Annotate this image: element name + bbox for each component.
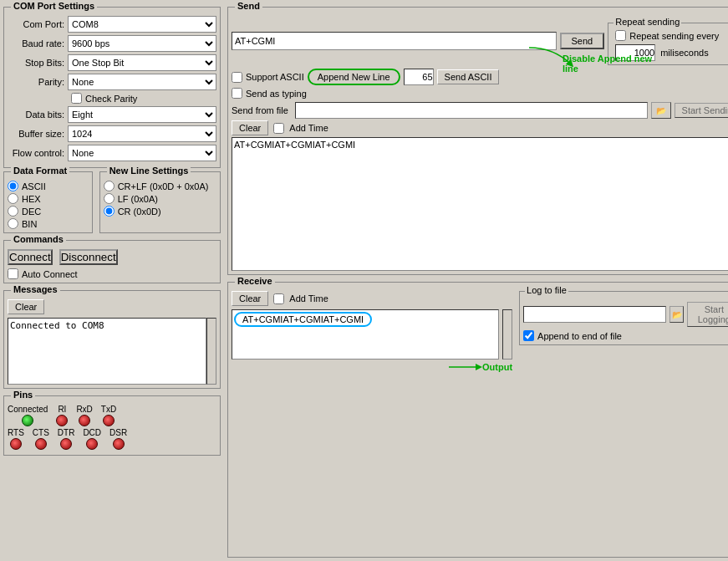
send-title: Send <box>235 1 262 11</box>
flow-control-select[interactable]: None <box>68 145 216 161</box>
append-new-line-button[interactable]: Append New Line <box>308 69 400 85</box>
start-sending-button[interactable]: Start Sending <box>675 103 728 118</box>
output-label: Output <box>482 362 512 372</box>
repeat-sending-title: Repeat sending <box>613 17 681 27</box>
receive-scrollbar[interactable] <box>502 309 512 360</box>
log-file-title: Log to file <box>525 285 568 295</box>
pin-txd-label: TxD <box>101 405 116 414</box>
messages-clear-button[interactable]: Clear <box>8 299 44 314</box>
parity-select[interactable]: None <box>68 74 216 90</box>
append-to-end-label: Append to end of file <box>537 331 622 341</box>
pin-rts-label: RTS <box>8 428 24 437</box>
com-port-select[interactable]: COM8 <box>68 16 216 33</box>
disconnect-button[interactable]: Disconnect <box>59 249 118 265</box>
send-file-input[interactable] <box>295 102 648 119</box>
newline-title: New Line Settings <box>107 166 191 176</box>
messages-textarea[interactable] <box>8 318 206 385</box>
flow-control-label: Flow control: <box>8 148 68 158</box>
send-box: Send Send Repeat sending Repeat sending … <box>227 7 728 275</box>
pins-row1: Connected RI RxD TxD <box>8 405 216 426</box>
pin-cts: CTS <box>33 428 49 450</box>
led-ri <box>56 415 68 426</box>
led-cts <box>35 438 47 450</box>
send-clear-button[interactable]: Clear <box>232 120 268 135</box>
log-file-input[interactable] <box>523 306 666 323</box>
format-dec-label: DEC <box>22 207 41 217</box>
output-arrow <box>449 361 482 373</box>
repeat-sending-label: Repeat sending every <box>629 31 719 41</box>
messages-scrollbar[interactable] <box>206 318 216 385</box>
buffer-size-label: Buffer size: <box>8 129 68 139</box>
pin-rts: RTS <box>8 428 24 450</box>
receive-title: Receive <box>235 276 275 286</box>
pin-dcd-label: DCD <box>83 428 101 437</box>
newline-crlf-label: CR+LF (0x0D + 0x0A) <box>118 181 209 191</box>
data-bits-label: Data bits: <box>8 110 68 120</box>
send-add-time-checkbox[interactable] <box>273 123 284 134</box>
connect-button[interactable]: Connect <box>8 249 53 265</box>
send-as-typing-label: Send as typing <box>246 89 307 99</box>
pins-row2: RTS CTS DTR DCD <box>8 428 216 450</box>
format-hex-radio[interactable] <box>8 193 18 204</box>
repeat-sending-checkbox[interactable] <box>615 30 626 41</box>
send-content-text: AT+CGMIAT+CGMIAT+CGMI <box>234 140 355 150</box>
led-txd <box>103 415 115 426</box>
messages-title: Messages <box>11 284 60 294</box>
svg-marker-1 <box>476 364 482 370</box>
receive-output-highlight: AT+CGMIAT+CGMIAT+CGMI <box>234 312 372 327</box>
send-input[interactable] <box>232 32 557 50</box>
commands-title: Commands <box>11 234 66 244</box>
receive-box: Receive Clear Add Time AT+CGMIAT+CGMIAT <box>227 282 728 558</box>
pin-rxd-label: RxD <box>76 405 92 414</box>
send-content-area: AT+CGMIAT+CGMIAT+CGMI <box>232 137 728 271</box>
com-port-settings: COM Port Settings Com Port: COM8 Baud ra… <box>3 7 221 168</box>
newline-lf-label: LF (0x0A) <box>118 194 158 204</box>
support-ascii-label: Support ASCII <box>246 72 304 82</box>
append-to-end-checkbox[interactable] <box>523 330 534 341</box>
buffer-size-select[interactable]: 1024 <box>68 125 216 142</box>
baud-rate-select[interactable]: 9600 bps <box>68 35 216 52</box>
pin-dsr: DSR <box>109 428 127 450</box>
newline-cr-radio[interactable] <box>104 206 115 217</box>
check-parity-checkbox[interactable] <box>71 93 82 104</box>
newline-cr-label: CR (0x0D) <box>118 207 161 217</box>
pin-cts-label: CTS <box>33 428 49 437</box>
receive-output-text: AT+CGMIAT+CGMIAT+CGMI <box>242 314 364 324</box>
pin-txd: TxD <box>101 405 116 426</box>
pin-rxd: RxD <box>76 405 92 426</box>
com-port-title: COM Port Settings <box>11 1 97 11</box>
newline-crlf-radio[interactable] <box>104 181 115 191</box>
stop-bits-select[interactable]: One Stop Bit <box>68 54 216 71</box>
pin-ri: RI <box>56 405 68 426</box>
newline-lf-radio[interactable] <box>104 193 115 204</box>
format-dec-radio[interactable] <box>8 206 18 217</box>
send-as-typing-checkbox[interactable] <box>232 88 242 99</box>
start-logging-button[interactable]: Start Logging <box>687 302 728 327</box>
pins-box: Pins Connected RI RxD <box>3 395 221 456</box>
led-dcd <box>86 438 98 450</box>
log-file-browse-button[interactable]: 📂 <box>669 306 684 323</box>
receive-content-area: AT+CGMIAT+CGMIAT+CGMI <box>232 309 499 360</box>
pin-connected: Connected <box>8 405 48 426</box>
send-from-file-label: Send from file <box>232 105 288 115</box>
send-ascii-button[interactable]: Send ASCII <box>437 69 500 84</box>
browse-file-button[interactable]: 📂 <box>651 102 671 119</box>
support-ascii-checkbox[interactable] <box>232 72 242 83</box>
led-rxd <box>79 415 90 426</box>
led-connected <box>22 415 33 426</box>
check-parity-label: Check Parity <box>85 94 137 104</box>
com-port-label: Com Port: <box>8 19 68 29</box>
auto-connect-label: Auto Connect <box>22 269 78 279</box>
baud-rate-label: Baud rate: <box>8 38 68 48</box>
format-ascii-radio[interactable] <box>8 181 18 191</box>
data-bits-select[interactable]: Eight <box>68 106 216 123</box>
receive-clear-button[interactable]: Clear <box>232 291 268 306</box>
pins-title: Pins <box>11 390 35 400</box>
format-bin-radio[interactable] <box>8 218 18 229</box>
messages-box: Messages Clear <box>3 290 221 389</box>
auto-connect-checkbox[interactable] <box>8 268 18 279</box>
send-button[interactable]: Send <box>560 33 605 49</box>
num-input[interactable] <box>404 69 434 85</box>
led-rts <box>10 438 22 450</box>
receive-add-time-checkbox[interactable] <box>273 293 284 304</box>
